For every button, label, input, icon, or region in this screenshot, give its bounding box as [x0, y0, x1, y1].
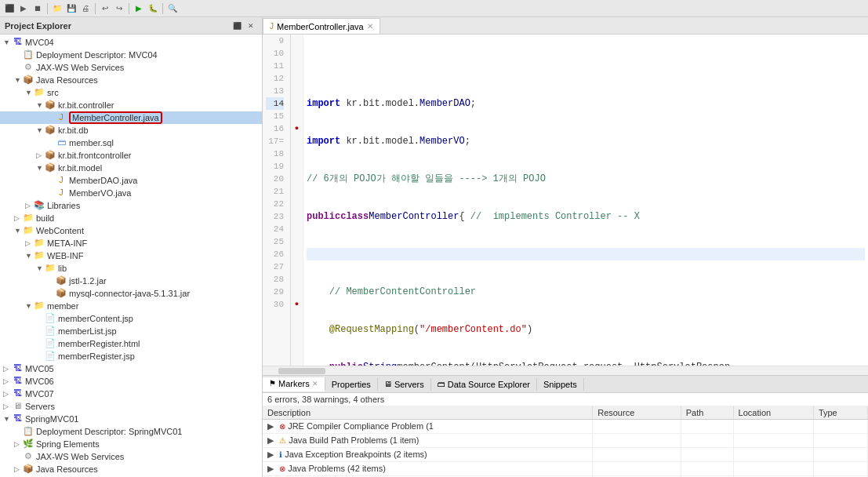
toolbar-separator-4	[162, 3, 163, 14]
toolbar-icon-run[interactable]: ▶	[133, 2, 145, 15]
toolbar-separator-2	[95, 3, 96, 14]
markers-icon: ⚑	[269, 379, 276, 388]
tree-item-frontcontroller-pkg[interactable]: ▷ 📦 kr.bit.frontcontroller	[0, 149, 262, 162]
tab-close-button[interactable]: ✕	[367, 22, 373, 31]
code-content[interactable]: import kr.bit.model.MemberDAO; import kr…	[303, 35, 868, 366]
marker-row-jre[interactable]: ▶ ⊗ JRE Compiler Compliance Problem (1	[263, 420, 868, 434]
sidebar-header: Project Explorer ⬛ ✕	[0, 17, 262, 35]
gutter-19	[291, 160, 303, 173]
tree-item-mvc04[interactable]: ▼ 🏗 MVC04	[0, 36, 262, 49]
tree-item-member-sql[interactable]: 🗃 member.sql	[0, 137, 262, 149]
toolbar-icon-5[interactable]: 💾	[65, 2, 78, 15]
toolbar-icon-1[interactable]: ⬛	[3, 2, 16, 15]
tree-item-webcontent[interactable]: ▼ 📁 WebContent	[0, 224, 262, 237]
expand-arrow-jre[interactable]: ▶	[267, 421, 274, 431]
tree-label-jstl: jstl-1.2.jar	[69, 276, 107, 286]
tree-item-memberregister-html[interactable]: 📄 memberRegister.html	[0, 337, 262, 350]
tree-item-db-pkg[interactable]: ▼ 📦 kr.bit.db	[0, 124, 262, 137]
sidebar-tree: ▼ 🏗 MVC04 📋 Deployment Descriptor: MVC04…	[0, 35, 262, 477]
toolbar-icon-2[interactable]: ▶	[17, 2, 30, 15]
marker-type-buildpath	[813, 434, 867, 448]
tab-properties[interactable]: Properties	[325, 378, 378, 391]
toolbar-icon-3[interactable]: ⏹	[31, 2, 44, 15]
tab-snippets-label: Snippets	[543, 380, 577, 389]
tree-item-model-pkg[interactable]: ▼ 📦 kr.bit.model	[0, 162, 262, 174]
marker-type-java-problems	[813, 462, 867, 476]
tab-servers[interactable]: 🖥 Servers	[378, 378, 431, 391]
bottom-content: Description Resource Path Location Type …	[263, 406, 868, 477]
sidebar-close-icon[interactable]: ✕	[245, 20, 257, 32]
tree-item-memberlist-jsp[interactable]: 📄 memberList.jsp	[0, 325, 262, 337]
horizontal-scrollbar[interactable]	[263, 366, 868, 375]
tree-item-spring-mvc01[interactable]: ▼ 🏗 SpringMVC01	[0, 413, 262, 425]
datasource-icon: 🗃	[438, 380, 445, 388]
tree-item-spring-jaxws[interactable]: ⚙ JAX-WS Web Services	[0, 450, 262, 463]
tree-item-membercontroller[interactable]: J MemberController.java	[0, 111, 262, 124]
code-line-16: @RequestMapping("/memberContent.do")	[307, 323, 865, 336]
tree-item-servers[interactable]: ▷ 🖥 Servers	[0, 400, 262, 413]
tree-item-mysql[interactable]: 📦 mysql-connector-java-5.1.31.jar	[0, 287, 262, 300]
tree-icon-jaxws: ⚙	[22, 62, 35, 73]
toolbar-icon-4[interactable]: 📁	[51, 2, 64, 15]
tree-label-spring-elements: Spring Elements	[36, 439, 100, 449]
error-icon-java-problems: ⊗	[279, 464, 285, 473]
tree-label-spring-deployment: Deployment Descriptor: SpringMVC01	[36, 427, 182, 436]
toolbar-icon-6[interactable]: 🖨	[79, 2, 92, 15]
tree-item-controller-pkg[interactable]: ▼ 📦 kr.bit.controller	[0, 99, 262, 111]
marker-row-exceptions[interactable]: ▶ ℹ Java Exception Breakpoints (2 items)	[263, 448, 868, 462]
tree-item-build[interactable]: ▷ 📁 build	[0, 212, 262, 224]
tree-item-mvc06[interactable]: ▷ 🏗 MVC06	[0, 375, 262, 388]
expand-arrow-java-problems[interactable]: ▶	[267, 464, 274, 473]
tree-item-spring-java-resources[interactable]: ▷ 📦 Java Resources	[0, 463, 262, 475]
tree-icon-memberregister-html: 📄	[44, 338, 56, 349]
col-type[interactable]: Type	[813, 406, 867, 420]
col-resource[interactable]: Resource	[593, 406, 681, 420]
toolbar-icon-8[interactable]: ↪	[113, 2, 125, 15]
tab-markers[interactable]: ⚑ Markers ✕	[263, 377, 325, 391]
gutter-17	[291, 135, 303, 147]
markers-close[interactable]: ✕	[312, 380, 318, 388]
marker-row-buildpath[interactable]: ▶ ⚠ Java Build Path Problems (1 item)	[263, 434, 868, 448]
toolbar-icon-debug[interactable]: 🐛	[147, 2, 159, 15]
tree-item-lib[interactable]: ▼ 📁 lib	[0, 262, 262, 275]
marker-label-exceptions: Java Exception Breakpoints (2 items)	[285, 450, 427, 459]
sidebar-collapse-icon[interactable]: ⬛	[231, 20, 243, 32]
tree-icon-web-inf: 📁	[33, 250, 45, 261]
tree-item-deployment[interactable]: 📋 Deployment Descriptor: MVC04	[0, 49, 262, 61]
expand-arrow-buildpath[interactable]: ▶	[267, 435, 274, 445]
tree-item-membervo[interactable]: J MemberVO.java	[0, 187, 262, 199]
tab-datasource[interactable]: 🗃 Data Source Explorer	[431, 378, 537, 391]
expand-arrow-exceptions[interactable]: ▶	[267, 450, 274, 459]
editor-tab-membercontroller[interactable]: J MemberController.java ✕	[263, 18, 380, 34]
toolbar-icon-7[interactable]: ↩	[99, 2, 111, 15]
tab-snippets[interactable]: Snippets	[537, 378, 584, 391]
tree-item-jaxws[interactable]: ⚙ JAX-WS Web Services	[0, 61, 262, 74]
tree-item-memberdao[interactable]: J MemberDAO.java	[0, 174, 262, 187]
tree-item-web-inf[interactable]: ▼ 📁 WEB-INF	[0, 249, 262, 262]
tree-icon-src: 📁	[33, 87, 45, 98]
col-location[interactable]: Location	[733, 406, 813, 420]
tree-item-memberregister-jsp[interactable]: 📄 memberRegister.jsp	[0, 350, 262, 362]
tree-item-member[interactable]: ▼ 📁 member	[0, 300, 262, 312]
tree-item-spring-elements[interactable]: ▷ 🌿 Spring Elements	[0, 438, 262, 450]
tree-item-mvc07[interactable]: ▷ 🏗 MVC07	[0, 388, 262, 400]
tree-item-mvc05[interactable]: ▷ 🏗 MVC05	[0, 362, 262, 375]
tree-item-spring-deployment[interactable]: 📋 Deployment Descriptor: SpringMVC01	[0, 425, 262, 438]
toolbar-icon-search[interactable]: 🔍	[166, 2, 179, 15]
tree-item-libraries[interactable]: ▷ 📚 Libraries	[0, 199, 262, 212]
tree-item-meta-inf[interactable]: ▷ 📁 META-INF	[0, 237, 262, 249]
tree-item-src[interactable]: ▼ 📁 src	[0, 86, 262, 99]
tree-item-jstl[interactable]: 📦 jstl-1.2.jar	[0, 275, 262, 287]
col-path[interactable]: Path	[681, 406, 733, 420]
tree-arrow-mvc07: ▷	[3, 390, 11, 398]
marker-row-java-problems[interactable]: ▶ ⊗ Java Problems (42 items)	[263, 462, 868, 476]
bottom-status: 6 errors, 38 warnings, 4 others	[263, 393, 868, 406]
tab-datasource-label: Data Source Explorer	[448, 380, 530, 389]
col-description[interactable]: Description	[263, 406, 593, 420]
tree-item-membercontent-jsp[interactable]: 📄 memberContent.jsp	[0, 312, 262, 325]
marker-label-jre: JRE Compiler Compliance Problem (1	[288, 421, 434, 431]
code-editor[interactable]: 9 10 11 12 13 14 15 16 17= 18 19 20 21 2…	[263, 35, 868, 375]
marker-location-java-problems	[733, 462, 813, 476]
scrollbar-thumb-h[interactable]	[278, 368, 325, 374]
tree-item-java-resources[interactable]: ▼ 📦 Java Resources	[0, 74, 262, 86]
